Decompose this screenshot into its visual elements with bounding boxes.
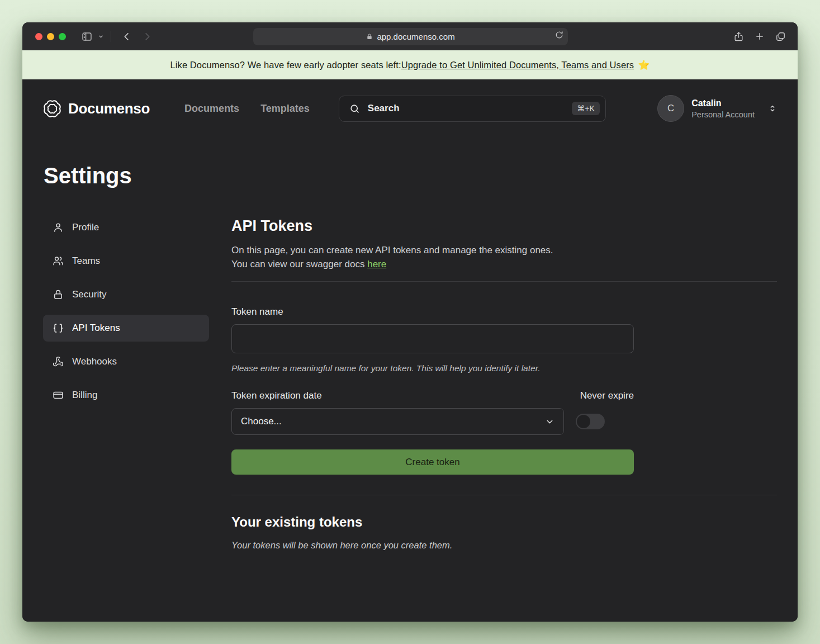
chevron-down-icon [545,417,554,427]
webhook-icon [53,356,64,367]
chevron-up-down-icon [768,103,777,113]
traffic-lights [35,33,66,40]
credit-card-icon [53,390,64,401]
new-tab-icon[interactable] [755,31,765,41]
sidebar-item-label: API Tokens [72,323,120,334]
sidebar-item-label: Teams [72,255,100,267]
divider [231,495,777,495]
account-type: Personal Account [691,110,755,119]
settings-sidebar: Profile Teams Security [43,214,209,551]
main-nav: Documents Templates [184,103,310,115]
never-expire-label: Never expire [580,390,634,401]
upgrade-link[interactable]: Upgrade to Get Unlimited Documents, Team… [401,60,634,70]
swagger-docs-link[interactable]: here [367,259,386,269]
url-text: app.documenso.com [377,32,454,41]
search-placeholder: Search [368,103,400,114]
account-name: Catalin [691,98,755,108]
nav-documents[interactable]: Documents [184,103,239,115]
account-menu[interactable]: C Catalin Personal Account [657,95,777,122]
toolbar-divider [111,31,111,42]
padlock-icon [366,33,373,40]
address-bar[interactable]: app.documenso.com [253,28,568,45]
forward-icon[interactable] [142,31,153,42]
sidebar-item-webhooks[interactable]: Webhooks [43,348,209,375]
back-icon[interactable] [121,31,132,42]
banner-text: Like Documenso? We have few early adopte… [170,60,401,70]
expiration-label: Token expiration date [231,390,322,401]
promo-banner: Like Documenso? We have few early adopte… [22,50,798,79]
sidebar-item-profile[interactable]: Profile [43,214,209,241]
minimize-window-button[interactable] [47,33,54,40]
avatar: C [657,95,684,122]
chevron-down-icon[interactable] [98,34,104,40]
search-icon [349,103,360,114]
create-token-button[interactable]: Create token [231,449,634,475]
close-window-button[interactable] [35,33,42,40]
existing-tokens-heading: Your existing tokens [231,514,777,530]
expiration-selected-value: Choose... [241,416,282,427]
user-icon [53,222,64,233]
sidebar-item-billing[interactable]: Billing [43,382,209,409]
users-icon [53,255,64,267]
nav-templates[interactable]: Templates [260,103,310,115]
toggle-knob [577,415,590,428]
documenso-logo-icon [43,100,61,118]
expiration-select[interactable]: Choose... [231,408,564,435]
api-tokens-panel: API Tokens On this page, you can create … [231,214,777,551]
page-title: Settings [44,163,777,188]
brand-name: Documenso [68,100,150,117]
reload-icon[interactable] [555,31,563,39]
sidebar-item-label: Profile [72,222,99,233]
star-emoji: ⭐ [638,59,650,71]
sidebar-item-label: Webhooks [72,356,117,367]
sidebar-item-api-tokens[interactable]: API Tokens [43,315,209,342]
token-name-label: Token name [231,306,777,318]
search-shortcut-badge: ⌘+K [572,102,600,115]
tab-overview-icon[interactable] [775,31,786,42]
search-bar[interactable]: Search ⌘+K [339,96,606,122]
section-heading: API Tokens [231,217,777,235]
lock-icon [53,289,64,300]
section-description: On this page, you can create new API tok… [231,243,777,271]
sidebar-item-label: Billing [72,390,97,401]
token-name-input[interactable] [231,324,634,353]
app-page: Documenso Documents Templates Search ⌘+K… [22,79,798,622]
divider [231,281,777,282]
browser-window: app.documenso.com Like Documenso? We ha [22,22,798,622]
sidebar-item-security[interactable]: Security [43,281,209,308]
sidebar-item-teams[interactable]: Teams [43,248,209,274]
app-header: Documenso Documents Templates Search ⌘+K… [43,79,777,138]
share-icon[interactable] [733,31,744,42]
description-line-1: On this page, you can create new API tok… [231,245,553,255]
description-line-2: You can view our swagger docs [231,259,367,269]
sidebar-item-label: Security [72,289,106,300]
sidebar-toggle-icon[interactable] [81,31,93,42]
braces-icon [53,323,64,334]
existing-tokens-empty-text: Your tokens will be shown here once you … [231,540,777,551]
zoom-window-button[interactable] [59,33,66,40]
brand-logo[interactable]: Documenso [43,100,150,118]
never-expire-toggle[interactable] [576,414,605,429]
browser-toolbar: app.documenso.com [22,22,798,50]
token-name-help: Please enter a meaningful name for your … [231,363,777,373]
